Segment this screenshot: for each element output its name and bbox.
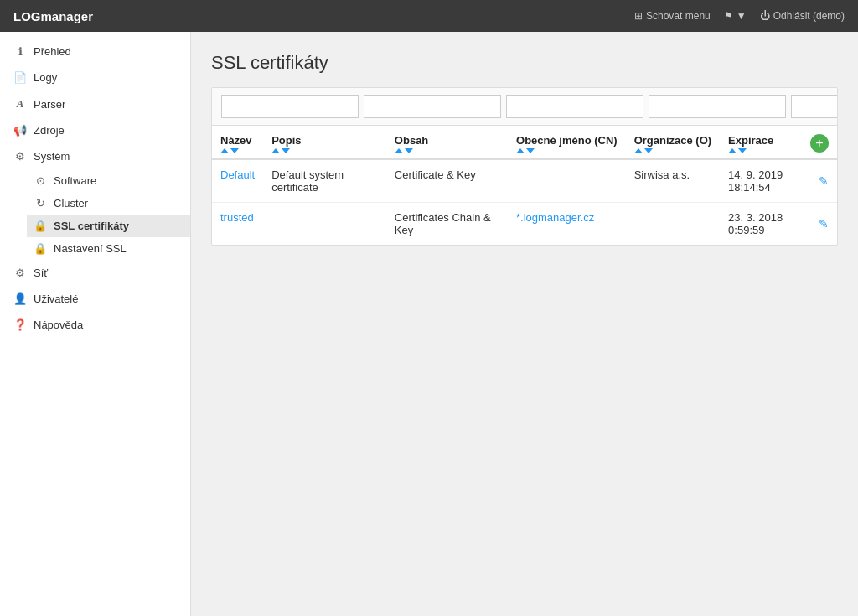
megaphone-icon: 📢 xyxy=(13,124,27,137)
sidebar-item-nastaveni-ssl[interactable]: 🔒 Nastavení SSL xyxy=(27,237,190,260)
sort-cn-up[interactable] xyxy=(516,148,525,153)
cell-popis xyxy=(263,203,386,246)
sidebar-item-label: Nápověda xyxy=(34,318,83,331)
sidebar-item-logy[interactable]: 📄 Logy xyxy=(0,65,190,91)
sort-organizace-down[interactable] xyxy=(644,148,653,153)
hide-menu-button[interactable]: ⊞ Schovat menu xyxy=(634,10,711,22)
edit-row-button-1[interactable]: ✎ xyxy=(819,217,829,230)
table-row: trusted Certificates Chain & Key *.logma… xyxy=(212,203,837,246)
sidebar-item-uzivatele[interactable]: 👤 Uživatelé xyxy=(0,286,190,312)
sort-cn xyxy=(516,148,618,153)
sort-expirace xyxy=(728,148,773,153)
cell-expirace: 14. 9. 2019 18:14:54 ✎ xyxy=(720,160,837,202)
sidebar-item-label: Uživatelé xyxy=(34,292,78,305)
topbar-right: ⊞ Schovat menu ⚑ ▼ ⏻ Odhlásit (demo) xyxy=(634,10,845,22)
sort-popis-down[interactable] xyxy=(282,148,290,153)
cell-organizace: Sirwisa a.s. xyxy=(626,159,720,203)
sidebar-item-ssl-certifikaty[interactable]: 🔒 SSL certifikáty xyxy=(27,215,190,237)
sidebar-item-cluster[interactable]: ↻ Cluster xyxy=(27,192,190,215)
col-expirace: Expirace + xyxy=(720,126,837,158)
sidebar-item-label: Nastavení SSL xyxy=(54,242,127,255)
table-row: Default Default system certificate Certi… xyxy=(212,159,837,203)
sidebar-item-label: Logy xyxy=(34,71,57,84)
sort-obsah-up[interactable] xyxy=(395,148,403,153)
sort-expirace-up[interactable] xyxy=(728,148,737,153)
cell-cn: *.logmanager.cz xyxy=(508,203,626,246)
col-nazev: Název xyxy=(212,126,263,159)
col-organizace: Organizace (O) xyxy=(626,126,720,159)
cell-popis: Default system certificate xyxy=(263,159,386,203)
cell-nazev: trusted xyxy=(212,203,263,246)
col-popis: Popis xyxy=(263,126,386,159)
sidebar-item-label: SSL certifikáty xyxy=(54,220,129,232)
sort-obsah-down[interactable] xyxy=(405,148,413,153)
sort-nazev xyxy=(220,148,255,153)
sidebar-item-parser[interactable]: A Parser xyxy=(0,91,190,117)
help-icon: ❓ xyxy=(13,318,27,331)
cell-obsah: Certificates Chain & Key xyxy=(386,203,508,246)
cell-expirace: 23. 3. 2018 0:59:59 ✎ xyxy=(720,203,837,245)
user-icon: 👤 xyxy=(13,292,27,305)
col-obsah: Obsah xyxy=(386,126,508,159)
topbar: LOGmanager ⊞ Schovat menu ⚑ ▼ ⏻ Odhlásit… xyxy=(0,0,858,32)
cell-nazev: Default xyxy=(212,159,263,203)
sort-nazev-down[interactable] xyxy=(230,148,239,153)
app-logo: LOGmanager xyxy=(13,9,634,23)
sort-popis-up[interactable] xyxy=(271,148,280,153)
flag-button[interactable]: ⚑ ▼ xyxy=(724,10,747,22)
sidebar-item-software[interactable]: ⊙ Software xyxy=(27,169,190,192)
flag-icon: ⚑ xyxy=(724,10,733,22)
sidebar-item-label: Přehled xyxy=(34,45,71,58)
link-icon: ⊙ xyxy=(34,174,47,187)
filter-nazev[interactable] xyxy=(221,95,359,118)
grid-icon: ⊞ xyxy=(634,10,643,22)
sidebar-item-label: Parser xyxy=(34,98,65,111)
sidebar-item-sit[interactable]: ⚙ Síť xyxy=(0,260,190,286)
lock-icon: 🔒 xyxy=(34,220,47,232)
sidebar-item-napoveda[interactable]: ❓ Nápověda xyxy=(0,312,190,338)
sort-obsah xyxy=(395,148,499,153)
ssl-table-body: Default Default system certificate Certi… xyxy=(212,159,837,245)
sort-expirace-down[interactable] xyxy=(738,148,747,153)
table-header-row: Název Popis xyxy=(212,126,837,159)
sort-nazev-up[interactable] xyxy=(220,148,229,153)
layout: ℹ Přehled 📄 Logy A Parser 📢 Zdroje ⚙ Sys… xyxy=(0,32,858,616)
power-icon: ⏻ xyxy=(760,10,770,22)
gear-icon: ⚙ xyxy=(13,150,27,163)
page-title: SSL certifikáty xyxy=(211,52,838,74)
filter-cn[interactable] xyxy=(649,95,786,118)
add-ssl-button[interactable]: + xyxy=(810,134,829,153)
sidebar-system-submenu: ⊙ Software ↻ Cluster 🔒 SSL certifikáty 🔒… xyxy=(0,169,190,260)
sidebar-item-label: Cluster xyxy=(54,197,88,210)
sidebar: ℹ Přehled 📄 Logy A Parser 📢 Zdroje ⚙ Sys… xyxy=(0,32,191,616)
sort-popis xyxy=(271,148,378,153)
ssl-table: Název Popis xyxy=(212,126,837,245)
lock-icon-2: 🔒 xyxy=(34,242,47,255)
cell-obsah: Certificate & Key xyxy=(386,159,508,203)
ssl-table-card: Název Popis xyxy=(211,87,838,246)
main-content: SSL certifikáty Název xyxy=(191,32,858,616)
sort-organizace-up[interactable] xyxy=(634,148,643,153)
logout-button[interactable]: ⏻ Odhlásit (demo) xyxy=(760,10,845,22)
parser-icon: A xyxy=(13,97,27,111)
filter-organizace[interactable] xyxy=(791,95,838,118)
sidebar-item-prehled[interactable]: ℹ Přehled xyxy=(0,39,190,65)
sidebar-item-label: Systém xyxy=(34,150,70,163)
filter-popis[interactable] xyxy=(364,95,501,118)
sidebar-item-label: Síť xyxy=(34,267,48,279)
filter-obsah[interactable] xyxy=(506,95,644,118)
sort-organizace xyxy=(634,148,711,153)
sidebar-item-zdroje[interactable]: 📢 Zdroje xyxy=(0,117,190,143)
cell-cn xyxy=(508,159,626,203)
filter-row xyxy=(212,88,837,126)
file-icon: 📄 xyxy=(13,71,27,84)
sidebar-item-system[interactable]: ⚙ Systém xyxy=(0,143,190,169)
cluster-icon: ↻ xyxy=(34,197,47,210)
cell-organizace xyxy=(626,203,720,246)
sidebar-item-label: Zdroje xyxy=(34,124,65,137)
info-icon: ℹ xyxy=(13,45,27,58)
sidebar-item-label: Software xyxy=(54,174,96,187)
network-icon: ⚙ xyxy=(13,267,27,279)
edit-row-button-0[interactable]: ✎ xyxy=(819,174,829,188)
sort-cn-down[interactable] xyxy=(526,148,535,153)
